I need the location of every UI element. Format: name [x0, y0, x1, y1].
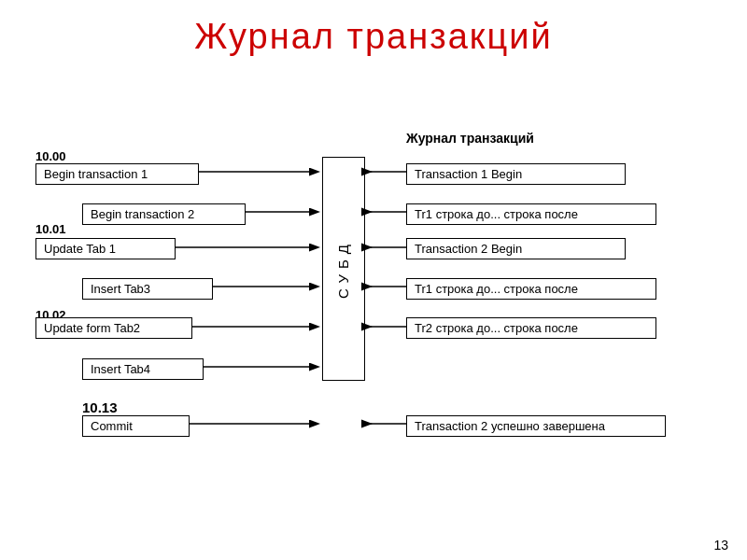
right-box-t2-done: Transaction 2 успешно завершена: [406, 415, 666, 437]
left-box-commit: Commit: [82, 415, 190, 437]
page-title: Журнал транзакций: [0, 0, 747, 57]
subd-label: СУБД: [332, 239, 355, 299]
diagram-area: 10.00 10.01 10.02 10.13 Begin transactio…: [19, 93, 728, 532]
left-box-update-tab2: Update form Tab2: [35, 317, 192, 339]
subd-box: СУБД: [322, 157, 365, 381]
timestamp-1001: 10.01: [35, 222, 66, 236]
left-box-update-t1: Update Tab 1: [35, 238, 176, 259]
arrows-svg: [19, 93, 728, 532]
journal-header: Журнал транзакций: [406, 131, 534, 146]
right-box-tr1-row1: Tr1 строка до... строка после: [406, 203, 656, 225]
left-box-insert-t3: Insert Tab3: [82, 278, 213, 300]
page-number: 13: [713, 538, 728, 553]
timestamp-1013: 10.13: [82, 399, 118, 415]
left-box-begin-t2: Begin transaction 2: [82, 203, 246, 225]
timestamp-1000: 10.00: [35, 149, 66, 163]
right-box-tr1-row2: Tr1 строка до... строка после: [406, 278, 656, 300]
right-box-t1-begin: Transaction 1 Begin: [406, 163, 626, 185]
left-box-begin-t1: Begin transaction 1: [35, 163, 199, 185]
left-box-insert-t4: Insert Tab4: [82, 358, 204, 380]
right-box-tr2-row: Tr2 строка до... строка после: [406, 317, 656, 339]
right-box-t2-begin: Transaction 2 Begin: [406, 238, 626, 259]
